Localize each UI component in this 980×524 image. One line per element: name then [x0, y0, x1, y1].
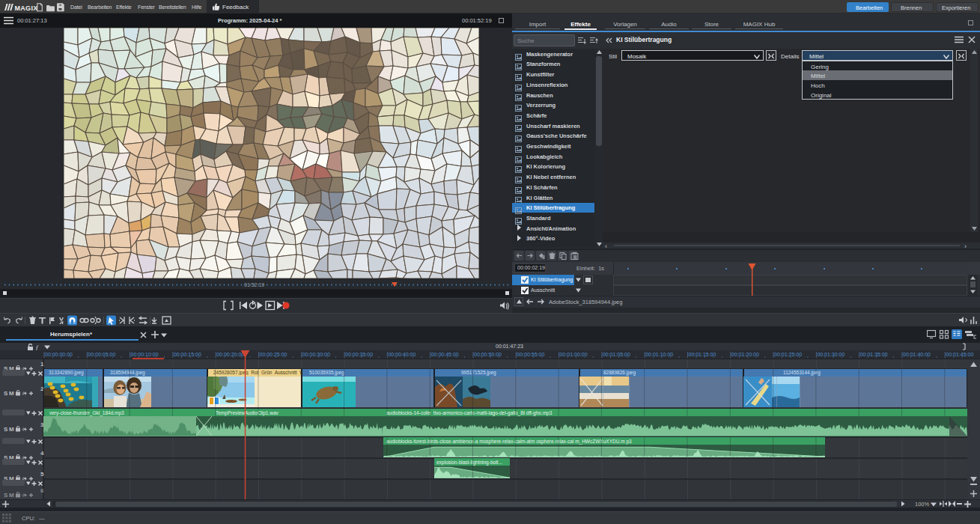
- svg-text:MAGIX: MAGIX: [15, 4, 38, 11]
- svg-text:f: f: [36, 344, 39, 351]
- svg-text:01:52:19: 01:52:19: [244, 282, 264, 287]
